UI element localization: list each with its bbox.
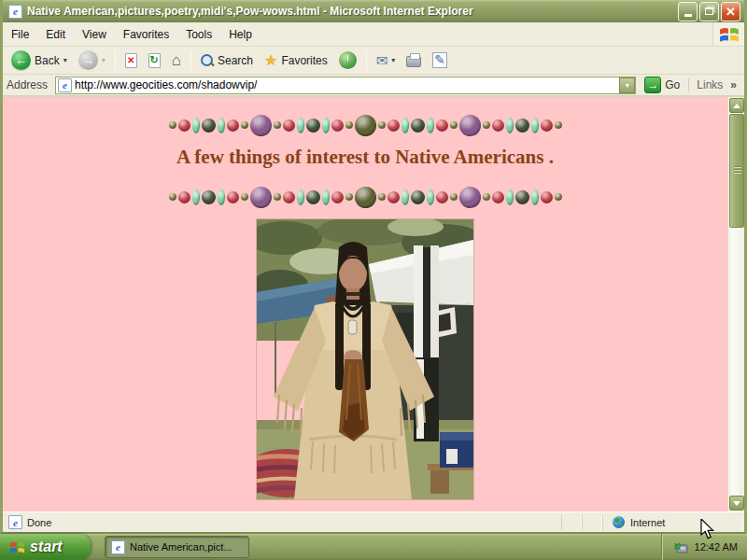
toolbar-separator <box>115 50 116 71</box>
status-pane <box>582 515 602 530</box>
bead-gold <box>169 193 176 201</box>
bead-teal <box>402 189 409 205</box>
bead-red <box>541 191 553 203</box>
vertical-scrollbar[interactable] <box>727 97 744 511</box>
security-zone: Internet <box>602 515 742 530</box>
ie-task-icon: e <box>111 540 125 554</box>
mail-button[interactable]: ✉ ▾ <box>372 51 401 69</box>
bead-teal <box>506 118 514 133</box>
page-favicon-icon: e <box>58 78 72 92</box>
start-label: start <box>30 539 63 555</box>
address-input[interactable] <box>75 78 616 92</box>
search-button[interactable]: Search <box>196 52 258 69</box>
bead-red <box>283 191 295 203</box>
bead-gold <box>555 121 562 129</box>
bead-dark <box>411 190 425 204</box>
bead-gold <box>274 193 281 201</box>
zone-label: Internet <box>630 517 665 528</box>
menu-edit[interactable]: Edit <box>37 22 74 46</box>
scroll-up-button[interactable] <box>729 98 744 113</box>
back-icon: ← <box>11 50 31 70</box>
bead-teal <box>427 189 434 205</box>
bead-purple <box>459 115 481 136</box>
bead-red <box>388 191 400 203</box>
bead-gold <box>169 121 176 129</box>
back-dropdown-icon[interactable]: ▾ <box>63 56 67 64</box>
bead-teal <box>506 189 514 205</box>
bead-dark <box>515 119 529 133</box>
bead-red <box>541 119 553 132</box>
bead-red <box>331 119 344 132</box>
favorites-label: Favorites <box>281 54 327 67</box>
back-label: Back <box>35 54 60 67</box>
taskbar: start e Native American,pict... 12:42 AM <box>0 534 747 560</box>
bead-red <box>492 191 504 203</box>
chevron-down-icon <box>733 501 740 506</box>
bead-red <box>227 191 239 203</box>
print-button[interactable] <box>402 51 426 69</box>
bead-dark <box>515 190 529 204</box>
history-icon <box>339 51 357 69</box>
bead-teal <box>297 189 304 205</box>
home-icon: ⌂ <box>172 52 181 68</box>
bead-red <box>178 191 190 203</box>
bead-gold <box>378 193 386 201</box>
menu-file[interactable]: File <box>3 22 37 46</box>
home-button[interactable]: ⌂ <box>167 50 186 70</box>
safely-remove-hardware-icon[interactable] <box>674 539 689 554</box>
restore-icon <box>705 7 713 15</box>
stop-button[interactable]: ✕ <box>120 51 142 70</box>
history-button[interactable] <box>334 49 361 71</box>
mail-icon: ✉ <box>376 53 388 67</box>
bead-dark <box>202 190 216 204</box>
chevron-up-icon <box>733 104 740 108</box>
go-label: Go <box>665 78 680 91</box>
toolbar-separator <box>190 50 191 71</box>
favorites-button[interactable]: ★ Favorites <box>260 51 332 70</box>
start-button[interactable]: start <box>0 534 91 560</box>
bead-dark <box>202 119 216 133</box>
clock[interactable]: 12:42 AM <box>695 541 738 553</box>
refresh-button[interactable]: ↻ <box>144 51 165 70</box>
bead-red <box>283 119 295 132</box>
address-dropdown-button[interactable]: ▾ <box>619 77 635 93</box>
menu-tools[interactable]: Tools <box>177 22 220 46</box>
minimize-button[interactable] <box>678 2 698 21</box>
powwow-photo <box>257 219 473 499</box>
page-title: A few things of interest to Native Ameri… <box>176 146 554 169</box>
taskbar-task-ie[interactable]: e Native American,pict... <box>105 536 249 558</box>
windows-flag-icon <box>9 539 25 555</box>
internet-globe-icon <box>613 516 625 528</box>
menu-view[interactable]: View <box>74 22 115 46</box>
edit-button[interactable]: ✎ <box>428 50 452 70</box>
menu-favorites[interactable]: Favorites <box>115 22 177 46</box>
favorites-star-icon: ★ <box>264 53 277 68</box>
restore-button[interactable] <box>699 2 719 21</box>
print-icon <box>406 56 421 67</box>
bead-gold <box>345 193 353 201</box>
forward-button[interactable]: → ▾ <box>74 49 110 72</box>
bead-divider-bottom <box>169 185 562 209</box>
browser-viewport: A few things of interest to Native Ameri… <box>3 97 744 511</box>
bead-teal <box>297 118 304 133</box>
status-pane <box>561 515 582 530</box>
back-button[interactable]: ← Back ▾ <box>7 49 72 72</box>
scrollbar-thumb[interactable] <box>729 114 744 228</box>
address-label: Address <box>7 78 50 91</box>
links-toolbar[interactable]: Links » <box>688 78 740 91</box>
menu-help[interactable]: Help <box>220 22 261 46</box>
mail-dropdown-icon[interactable]: ▾ <box>391 56 395 64</box>
close-button[interactable]: ✕ <box>721 2 740 21</box>
chevron-icon: » <box>730 78 737 91</box>
bead-dark <box>306 119 320 133</box>
go-button[interactable]: → Go <box>641 77 684 93</box>
forward-icon: → <box>78 50 98 70</box>
bead-purple <box>459 187 481 208</box>
scroll-down-button[interactable] <box>729 496 744 511</box>
bead-red <box>436 191 448 203</box>
bead-teal <box>218 189 225 205</box>
bead-purple <box>250 187 272 208</box>
bead-red <box>178 119 190 132</box>
bead-teal <box>402 118 409 133</box>
bead-red <box>388 119 400 132</box>
